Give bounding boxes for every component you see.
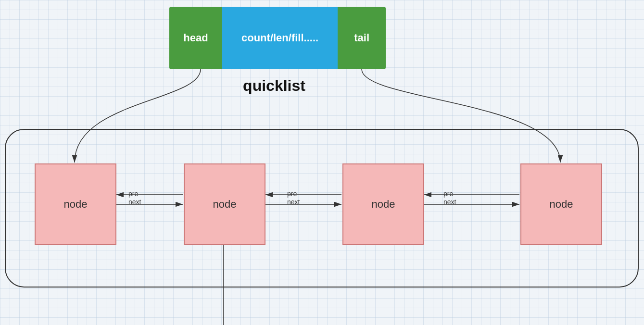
node-1-label: node [64, 198, 88, 211]
pre-label-2: pre [287, 190, 297, 198]
next-label-1: next [128, 198, 141, 206]
node-2-label: node [213, 198, 237, 211]
tail-label: tail [354, 32, 369, 44]
head-label: head [183, 32, 208, 44]
node-4-label: node [550, 198, 573, 211]
pre-label-1: pre [128, 190, 138, 198]
node-4: node [520, 163, 602, 245]
next-label-3: next [443, 198, 456, 206]
next-label-2: next [287, 198, 300, 206]
pre-label-3: pre [443, 190, 453, 198]
head-section: head [169, 7, 222, 69]
node-2: node [184, 163, 265, 245]
middle-label: count/len/fill..... [241, 32, 318, 44]
node-3-label: node [372, 198, 395, 211]
nodes-container: node node node node pre next pre next pr… [5, 129, 639, 288]
quicklist-label: quicklist [168, 77, 380, 95]
middle-section: count/len/fill..... [222, 7, 338, 69]
quicklist-header: head count/len/fill..... tail [169, 7, 386, 69]
node-1: node [35, 163, 116, 245]
node-3: node [342, 163, 424, 245]
tail-section: tail [338, 7, 386, 69]
